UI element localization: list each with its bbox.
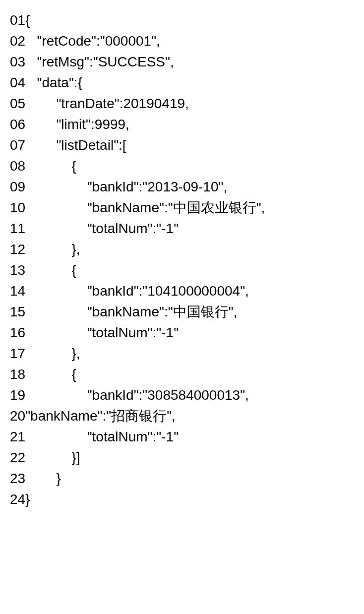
line-number: 07	[10, 135, 25, 156]
code-line: 22 }]	[10, 447, 354, 468]
line-content: "listDetail":[	[25, 135, 126, 156]
line-content: "bankId":"308584000013",	[25, 385, 249, 406]
code-line: 23 }	[10, 468, 354, 489]
line-content: "limit":9999,	[25, 114, 129, 135]
line-content: }	[25, 489, 30, 510]
code-line: 03 "retMsg":"SUCCESS",	[10, 52, 354, 72]
line-content: "bankId":"2013-09-10",	[25, 177, 227, 197]
code-line: 09 "bankId":"2013-09-10",	[10, 177, 354, 197]
line-content: "retMsg":"SUCCESS",	[25, 52, 174, 72]
line-content: {	[25, 364, 76, 385]
code-line: 21 "totalNum":"-1"	[10, 427, 354, 447]
line-content: "totalNum":"-1"	[25, 322, 179, 343]
line-content: "retCode":"000001",	[25, 31, 160, 52]
line-content: {	[25, 260, 76, 281]
line-number: 16	[10, 322, 25, 343]
code-line: 20"bankName":"招商银行",	[10, 406, 354, 427]
line-number: 12	[10, 239, 25, 260]
line-content: "bankId":"104100000004",	[25, 281, 249, 302]
line-number: 19	[10, 385, 25, 406]
json-code-listing: 01{02 "retCode":"000001",03 "retMsg":"SU…	[10, 10, 354, 510]
line-number: 14	[10, 281, 25, 302]
line-number: 22	[10, 447, 25, 468]
code-line: 24}	[10, 489, 354, 510]
line-content: }	[25, 468, 61, 489]
line-content: "bankName":"中国农业银行",	[25, 197, 265, 218]
code-line: 14 "bankId":"104100000004",	[10, 281, 354, 302]
line-number: 21	[10, 427, 25, 447]
line-content: "totalNum":"-1"	[25, 427, 179, 447]
line-number: 18	[10, 364, 25, 385]
line-number: 06	[10, 114, 25, 135]
line-number: 09	[10, 177, 25, 197]
line-number: 20	[10, 406, 25, 427]
code-line: 06 "limit":9999,	[10, 114, 354, 135]
line-content: "tranDate":20190419,	[25, 93, 189, 114]
line-content: {	[25, 10, 30, 31]
line-number: 05	[10, 93, 25, 114]
line-number: 24	[10, 489, 25, 510]
line-number: 23	[10, 468, 25, 489]
code-line: 02 "retCode":"000001",	[10, 31, 354, 52]
code-line: 16 "totalNum":"-1"	[10, 322, 354, 343]
line-content: "data":{	[25, 72, 82, 93]
code-line: 15 "bankName":"中国银行",	[10, 302, 354, 322]
line-number: 03	[10, 52, 25, 72]
code-line: 08 {	[10, 156, 354, 177]
code-line: 10 "bankName":"中国农业银行",	[10, 197, 354, 218]
line-content: "bankName":"招商银行",	[25, 406, 176, 427]
line-content: }]	[25, 447, 80, 468]
line-number: 17	[10, 343, 25, 364]
line-content: },	[25, 239, 80, 260]
line-number: 13	[10, 260, 25, 281]
line-content: "totalNum":"-1"	[25, 218, 179, 239]
code-line: 18 {	[10, 364, 354, 385]
line-number: 11	[10, 218, 25, 239]
code-line: 04 "data":{	[10, 72, 354, 93]
line-number: 10	[10, 197, 25, 218]
code-line: 07 "listDetail":[	[10, 135, 354, 156]
line-content: },	[25, 343, 80, 364]
code-line: 17 },	[10, 343, 354, 364]
line-number: 08	[10, 156, 25, 177]
line-content: {	[25, 156, 76, 177]
code-line: 11 "totalNum":"-1"	[10, 218, 354, 239]
line-number: 15	[10, 302, 25, 322]
line-content: "bankName":"中国银行",	[25, 302, 237, 322]
code-line: 13 {	[10, 260, 354, 281]
line-number: 01	[10, 10, 25, 31]
line-number: 04	[10, 72, 25, 93]
code-line: 05 "tranDate":20190419,	[10, 93, 354, 114]
code-line: 19 "bankId":"308584000013",	[10, 385, 354, 406]
line-number: 02	[10, 31, 25, 52]
code-line: 01{	[10, 10, 354, 31]
code-line: 12 },	[10, 239, 354, 260]
